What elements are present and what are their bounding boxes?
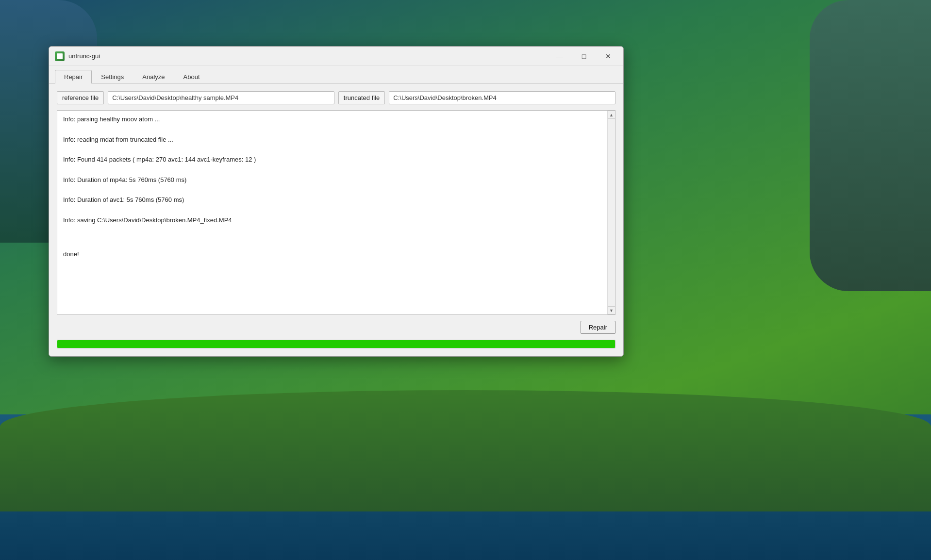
scrollbar-track: ▲ ▼ [607,111,615,314]
minimize-button[interactable]: — [549,49,571,64]
reference-file-label: reference file [57,91,104,104]
window-title: untrunc-gui [68,52,100,60]
tab-settings[interactable]: Settings [92,70,133,83]
scroll-up-arrow[interactable]: ▲ [608,111,615,119]
log-scroll-area[interactable]: Info: parsing healthy moov atom ...Info:… [57,111,615,314]
app-window: untrunc-gui — □ ✕ Repair Settings Analyz… [49,46,624,357]
file-inputs-row: reference file truncated file [57,91,615,104]
bg-decor-grass [0,390,931,511]
tab-analyze[interactable]: Analyze [133,70,174,83]
titlebar-left: untrunc-gui [55,51,100,61]
bg-decor-right [810,0,931,291]
bottom-bar: Repair [57,321,615,334]
close-button[interactable]: ✕ [597,49,619,64]
progress-bar-fill [57,340,615,348]
maximize-button[interactable]: □ [573,49,595,64]
tabbar: Repair Settings Analyze About [49,66,623,83]
scrollbar-thumb-area [608,119,615,306]
reference-file-input[interactable] [108,91,334,104]
app-icon-inner [57,53,63,59]
tab-about[interactable]: About [174,70,209,83]
tab-repair[interactable]: Repair [55,70,92,83]
content-area: reference file truncated file Info: pars… [49,83,623,356]
progress-bar-container [57,340,615,348]
app-icon [55,51,65,61]
log-container: Info: parsing healthy moov atom ...Info:… [57,110,615,315]
scroll-down-arrow[interactable]: ▼ [608,306,615,314]
titlebar: untrunc-gui — □ ✕ [49,47,623,66]
truncated-file-input[interactable] [389,91,615,104]
titlebar-controls: — □ ✕ [549,49,619,64]
repair-button[interactable]: Repair [581,321,615,334]
truncated-file-label: truncated file [338,91,385,104]
